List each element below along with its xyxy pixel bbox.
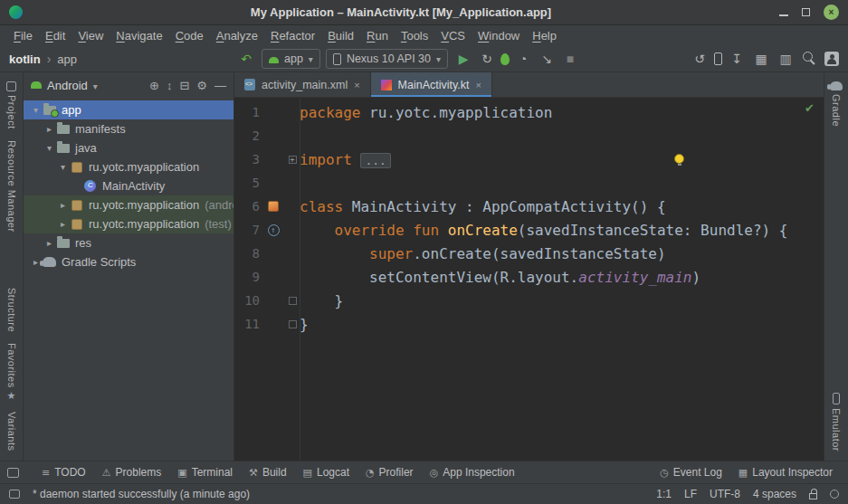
device-selector[interactable]: Nexus 10 API 30: [326, 49, 448, 69]
debug-icon[interactable]: [500, 53, 510, 65]
stripe-project[interactable]: Project: [6, 76, 17, 135]
collapse-all-icon[interactable]: ⊟: [179, 80, 189, 91]
tree-item-res[interactable]: ▸res: [24, 233, 233, 252]
class-gutter-icon[interactable]: [268, 201, 279, 212]
tool-button-layout-inspector[interactable]: ▦Layout Inspector: [730, 463, 841, 481]
menu-edit[interactable]: Edit: [39, 27, 71, 44]
menu-file[interactable]: File: [7, 27, 39, 44]
tree-arrow-icon[interactable]: ▸: [43, 238, 56, 248]
breadcrumb-item[interactable]: app: [57, 52, 77, 66]
menu-code[interactable]: Code: [169, 27, 210, 44]
file-encoding[interactable]: UTF-8: [710, 488, 740, 500]
tool-button-terminal[interactable]: ▣Terminal: [169, 463, 241, 481]
avd-manager-icon[interactable]: [714, 52, 722, 65]
attach-debugger-icon[interactable]: ↘: [537, 49, 557, 69]
run-config-selector[interactable]: app: [262, 49, 320, 69]
tree-arrow-icon[interactable]: ▾: [56, 162, 70, 172]
stripe-resource-manager[interactable]: Resource Manager: [6, 135, 17, 238]
tree-item-app[interactable]: ▾app: [24, 100, 233, 119]
menu-vcs[interactable]: VCS: [434, 27, 472, 44]
search-icon[interactable]: [800, 49, 820, 69]
tool-button-profiler[interactable]: ◔Profiler: [357, 463, 422, 481]
stop-icon[interactable]: ■: [560, 49, 580, 69]
tree-item-ru-yotc-myapplication-androidtest[interactable]: ▸ru.yotc.myapplication(androidTest): [24, 195, 233, 214]
stripe-gradle[interactable]: Gradle: [830, 76, 843, 132]
notifications-icon[interactable]: [830, 490, 839, 499]
tool-button-app-inspection[interactable]: ◎App Inspection: [422, 463, 523, 481]
sync-icon[interactable]: ↶: [236, 49, 256, 69]
menu-tools[interactable]: Tools: [395, 27, 434, 44]
menu-view[interactable]: View: [71, 27, 110, 44]
kotlin-file-icon: [381, 80, 392, 90]
toolwindow-toggle-icon[interactable]: [9, 490, 20, 499]
intention-bulb-icon[interactable]: [674, 154, 684, 164]
line-separator[interactable]: LF: [684, 488, 697, 500]
apply-changes-icon[interactable]: ↻: [477, 49, 497, 69]
tool-button-problems[interactable]: ⚠Problems: [94, 463, 170, 481]
tree-arrow-icon[interactable]: ▸: [56, 219, 70, 229]
tab-mainactivity-kt[interactable]: MainActivity.kt: [371, 72, 492, 97]
folder-icon: [57, 125, 70, 134]
close-tab-icon[interactable]: [354, 80, 359, 90]
tree-item-mainactivity[interactable]: MainActivity: [24, 176, 233, 195]
user-avatar[interactable]: [824, 52, 839, 66]
tool-button-event-log[interactable]: ◷Event Log: [652, 463, 730, 481]
stripe-favorites[interactable]: Favorites★: [6, 338, 17, 407]
tree-item-manifests[interactable]: ▸manifests: [24, 119, 233, 138]
maximize-button[interactable]: [802, 8, 810, 16]
menu-run[interactable]: Run: [360, 27, 395, 44]
settings-gear-icon[interactable]: ⚙: [196, 80, 207, 91]
overriding-method-gutter-icon[interactable]: ↑: [268, 224, 280, 236]
code-editor[interactable]: 1package ru.yotc.myapplication23+import …: [234, 98, 824, 461]
status-message[interactable]: * daemon started successfully (a minute …: [33, 488, 643, 500]
fold-expand-icon[interactable]: +: [289, 156, 297, 164]
menu-analyze[interactable]: Analyze: [210, 27, 264, 44]
tool-button-logcat[interactable]: ▤Logcat: [295, 463, 357, 481]
tree-arrow-icon[interactable]: ▸: [43, 124, 56, 134]
indent-style[interactable]: 4 spaces: [753, 488, 796, 500]
device-phone-icon: [333, 53, 341, 65]
tool-button-todo[interactable]: ≡TODO: [33, 463, 94, 481]
sdk-manager-icon[interactable]: ↧: [727, 49, 747, 69]
folder-icon: [57, 239, 70, 248]
tree-item-java[interactable]: ▾java: [24, 138, 233, 157]
run-icon[interactable]: ▶: [453, 49, 473, 69]
menu-help[interactable]: Help: [526, 27, 563, 44]
code-line: 3+import ...: [234, 147, 824, 171]
tool-button-build[interactable]: ⚒Build: [241, 463, 295, 481]
tree-arrow-icon[interactable]: ▾: [43, 143, 56, 153]
menu-build[interactable]: Build: [321, 27, 360, 44]
minimize-button[interactable]: [779, 14, 788, 16]
stripe-emulator[interactable]: Emulator: [831, 387, 842, 457]
menu-navigate[interactable]: Navigate: [110, 27, 168, 44]
tree-item-ru-yotc-myapplication[interactable]: ▾ru.yotc.myapplication: [24, 157, 233, 176]
tree-arrow-icon[interactable]: ▸: [56, 200, 70, 210]
locate-icon[interactable]: ⊕: [149, 80, 159, 91]
device-file-explorer-icon[interactable]: ▥: [776, 49, 796, 69]
fold-end-icon[interactable]: [289, 320, 297, 328]
menu-window[interactable]: Window: [472, 27, 526, 44]
stripe-variants[interactable]: Variants: [6, 406, 17, 457]
close-tab-icon[interactable]: [476, 80, 481, 90]
close-button[interactable]: [824, 5, 839, 20]
hide-panel-icon[interactable]: ―: [214, 80, 226, 91]
project-view-selector[interactable]: Android: [47, 79, 88, 92]
profiler-icon[interactable]: ◔: [513, 49, 533, 69]
tree-arrow-icon[interactable]: ▾: [29, 105, 43, 115]
readonly-lock-icon[interactable]: [809, 493, 817, 499]
tree-item-gradle-scripts[interactable]: ▸Gradle Scripts: [24, 252, 233, 271]
fold-end-icon[interactable]: [289, 297, 297, 305]
menu-refactor[interactable]: Refactor: [264, 27, 321, 44]
sync-project-icon[interactable]: ↺: [690, 49, 710, 69]
title-bar: My Application – MainActivity.kt [My_App…: [0, 0, 848, 25]
tab-activity-main-xml[interactable]: activity_main.xml: [234, 72, 371, 97]
bottom-bar-right: ◷Event Log▦Layout Inspector: [652, 463, 841, 481]
tool-windows-icon[interactable]: [7, 468, 19, 478]
tree-item-ru-yotc-myapplication-test[interactable]: ▸ru.yotc.myapplication(test): [24, 214, 233, 233]
stripe-structure[interactable]: Structure: [6, 282, 17, 338]
project-structure-icon[interactable]: ▦: [751, 49, 771, 69]
expand-all-icon[interactable]: ↕: [167, 80, 173, 91]
breadcrumb-module[interactable]: kotlin: [9, 52, 41, 66]
left-stripe-top: ProjectResource Manager: [6, 76, 17, 237]
caret-position[interactable]: 1:1: [656, 488, 672, 500]
